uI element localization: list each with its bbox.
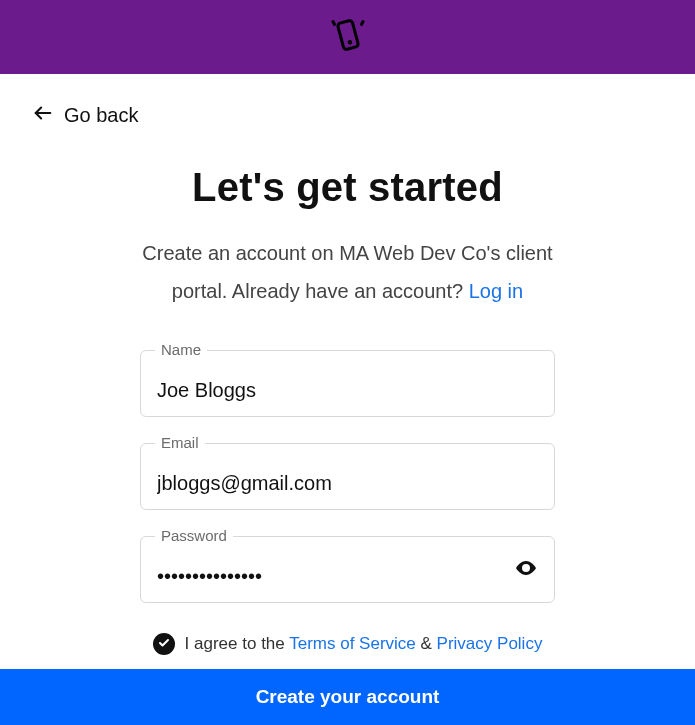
name-field[interactable] — [157, 379, 538, 402]
tos-link[interactable]: Terms of Service — [289, 634, 416, 653]
signup-form: Name Email Password — [140, 350, 555, 655]
agree-amp: & — [416, 634, 437, 653]
go-back-button[interactable]: Go back — [32, 102, 138, 129]
privacy-link[interactable]: Privacy Policy — [437, 634, 543, 653]
svg-point-1 — [349, 41, 351, 43]
topbar — [0, 0, 695, 74]
agree-checkbox[interactable] — [153, 633, 175, 655]
go-back-label: Go back — [64, 104, 138, 127]
agree-text: I agree to the Terms of Service & Privac… — [185, 634, 543, 654]
email-field-wrapper: Email — [140, 443, 555, 510]
name-label: Name — [155, 341, 207, 358]
password-field-wrapper: Password — [140, 536, 555, 603]
page-subtitle: Create an account on MA Web Dev Co's cli… — [138, 234, 558, 310]
page-title: Let's get started — [192, 165, 503, 210]
password-label: Password — [155, 527, 233, 544]
agree-pre: I agree to the — [185, 634, 290, 653]
arrow-left-icon — [32, 102, 54, 129]
check-icon — [158, 634, 170, 654]
name-field-wrapper: Name — [140, 350, 555, 417]
email-field[interactable] — [157, 472, 538, 495]
toggle-password-visibility[interactable] — [514, 556, 538, 584]
svg-point-3 — [524, 566, 528, 570]
svg-rect-0 — [337, 20, 358, 50]
email-label: Email — [155, 434, 205, 451]
create-account-button[interactable]: Create your account — [0, 669, 695, 725]
phone-icon — [330, 17, 366, 57]
agree-row: I agree to the Terms of Service & Privac… — [140, 633, 555, 655]
eye-icon — [514, 556, 538, 584]
create-account-label: Create your account — [256, 686, 440, 708]
login-link[interactable]: Log in — [469, 280, 524, 302]
password-field[interactable] — [157, 565, 538, 588]
